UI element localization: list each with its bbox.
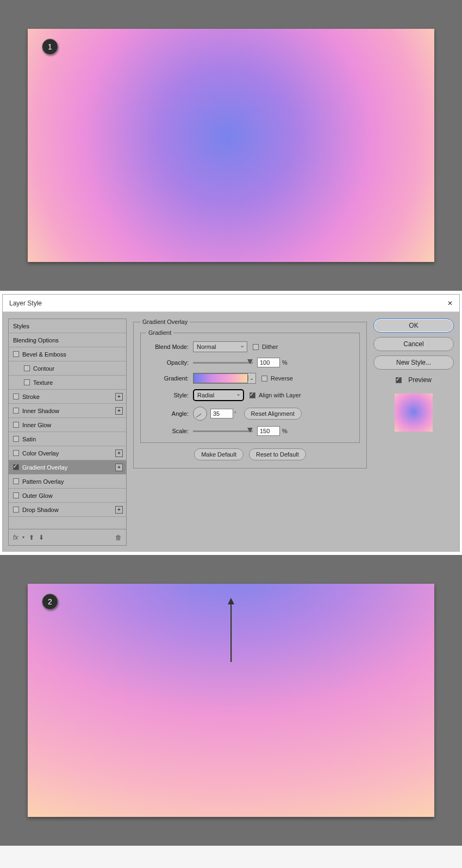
checkbox-icon[interactable] — [13, 422, 19, 428]
checkbox-icon[interactable] — [13, 450, 19, 456]
degree-label: ° — [234, 411, 236, 416]
blend-mode-select[interactable]: Normal — [193, 341, 247, 352]
effect-satin[interactable]: Satin — [9, 432, 126, 446]
percent-label: % — [282, 359, 288, 366]
effect-texture[interactable]: Texture — [9, 376, 126, 390]
scale-input[interactable]: 150 — [257, 426, 280, 436]
effect-inner-glow[interactable]: Inner Glow — [9, 418, 126, 432]
blend-mode-label: Blend Mode: — [146, 344, 189, 350]
preview-panel-2: 2 — [0, 555, 462, 846]
effects-panel: Styles Blending Options Bevel & Emboss C… — [8, 319, 127, 546]
checkbox-icon[interactable] — [13, 436, 19, 442]
preview-checkbox[interactable]: Preview — [373, 376, 454, 384]
arrow-up-icon[interactable]: ⬆ — [29, 534, 34, 541]
scale-slider[interactable] — [193, 430, 253, 432]
checkbox-icon[interactable] — [13, 394, 19, 399]
fx-icon[interactable]: fx — [13, 534, 18, 541]
opacity-label: Opacity: — [146, 359, 189, 366]
step-badge-1: 1 — [42, 39, 58, 55]
style-label: Style: — [146, 392, 189, 398]
checkbox-icon[interactable] — [13, 507, 19, 513]
effects-styles[interactable]: Styles — [9, 319, 126, 333]
effect-contour[interactable]: Contour — [9, 361, 126, 376]
right-panel: OK Cancel New Style... Preview — [373, 319, 454, 546]
effect-bevel-emboss[interactable]: Bevel & Emboss — [9, 347, 126, 361]
reverse-checkbox[interactable]: Reverse — [261, 375, 293, 382]
style-select[interactable]: Radial — [193, 389, 244, 401]
preview-swatch — [395, 394, 433, 432]
effect-drop-shadow[interactable]: Drop Shadow+ — [9, 503, 126, 517]
gradient-canvas-2: 2 — [28, 584, 434, 817]
angle-label: Angle: — [146, 410, 189, 417]
dialog-frame: Layer Style ✕ Styles Blending Options Be… — [0, 291, 462, 555]
checkbox-icon[interactable] — [13, 478, 19, 484]
close-icon[interactable]: ✕ — [447, 299, 453, 307]
group-title: Gradient Overlay — [140, 319, 190, 325]
checkbox-icon — [253, 344, 259, 350]
gradient-overlay-group: Gradient Overlay Gradient Blend Mode: No… — [133, 319, 367, 469]
effect-color-overlay[interactable]: Color Overlay+ — [9, 446, 126, 460]
plus-icon[interactable]: + — [115, 393, 123, 401]
effect-inner-shadow[interactable]: Inner Shadow+ — [9, 404, 126, 418]
angle-input[interactable]: 35 — [210, 409, 233, 419]
reset-alignment-button[interactable]: Reset Alignment — [244, 408, 302, 420]
plus-icon[interactable]: + — [115, 464, 123, 471]
preview-panel-1: 1 — [0, 0, 462, 291]
scale-label: Scale: — [146, 428, 189, 434]
effects-list: Styles Blending Options Bevel & Emboss C… — [8, 319, 127, 529]
plus-icon[interactable]: + — [115, 449, 123, 457]
opacity-input[interactable]: 100 — [257, 358, 280, 367]
checkbox-icon — [249, 392, 255, 398]
checkbox-icon[interactable] — [13, 464, 19, 470]
gradient-inner-group: Gradient Blend Mode: Normal Dither Opaci… — [140, 329, 360, 443]
gradient-swatch — [193, 373, 248, 383]
effect-pattern-overlay[interactable]: Pattern Overlay — [9, 474, 126, 489]
layer-style-dialog: Layer Style ✕ Styles Blending Options Be… — [2, 294, 460, 552]
make-default-button[interactable]: Make Default — [194, 448, 244, 460]
checkbox-icon[interactable] — [13, 351, 19, 357]
center-panel: Gradient Overlay Gradient Blend Mode: No… — [133, 319, 367, 546]
effects-bottom-toolbar: fx▾ ⬆ ⬇ 🗑 — [8, 529, 127, 546]
dither-checkbox[interactable]: Dither — [253, 344, 278, 350]
arrow-down-icon[interactable]: ⬇ — [39, 534, 44, 541]
plus-icon[interactable]: + — [115, 506, 123, 514]
arrow-up-icon — [230, 603, 232, 662]
effects-spacer — [9, 517, 126, 529]
step-badge-2: 2 — [42, 594, 58, 610]
title-bar[interactable]: Layer Style ✕ — [3, 295, 459, 312]
gradient-label: Gradient: — [146, 375, 189, 382]
trash-icon[interactable]: 🗑 — [115, 534, 122, 541]
gradient-picker[interactable] — [193, 373, 256, 384]
reset-to-default-button[interactable]: Reset to Default — [249, 448, 306, 460]
checkbox-icon — [396, 377, 402, 383]
effect-gradient-overlay[interactable]: Gradient Overlay+ — [9, 460, 126, 474]
checkbox-icon — [261, 376, 267, 382]
plus-icon[interactable]: + — [115, 407, 123, 415]
percent-label: % — [282, 428, 288, 434]
opacity-slider[interactable] — [193, 362, 253, 364]
angle-dial[interactable] — [193, 407, 207, 421]
ok-button[interactable]: OK — [373, 319, 454, 333]
align-with-layer-checkbox[interactable]: Align with Layer — [249, 392, 301, 398]
inner-title: Gradient — [146, 329, 173, 336]
new-style-button[interactable]: New Style... — [373, 355, 454, 370]
effect-outer-glow[interactable]: Outer Glow — [9, 489, 126, 503]
checkbox-icon[interactable] — [24, 365, 30, 371]
dialog-title: Layer Style — [9, 299, 42, 307]
cancel-button[interactable]: Cancel — [373, 337, 454, 351]
effects-blending-options[interactable]: Blending Options — [9, 333, 126, 347]
effect-stroke[interactable]: Stroke+ — [9, 390, 126, 404]
checkbox-icon[interactable] — [13, 492, 19, 498]
checkbox-icon[interactable] — [24, 379, 30, 385]
checkbox-icon[interactable] — [13, 408, 19, 414]
gradient-canvas-1: 1 — [28, 29, 434, 262]
